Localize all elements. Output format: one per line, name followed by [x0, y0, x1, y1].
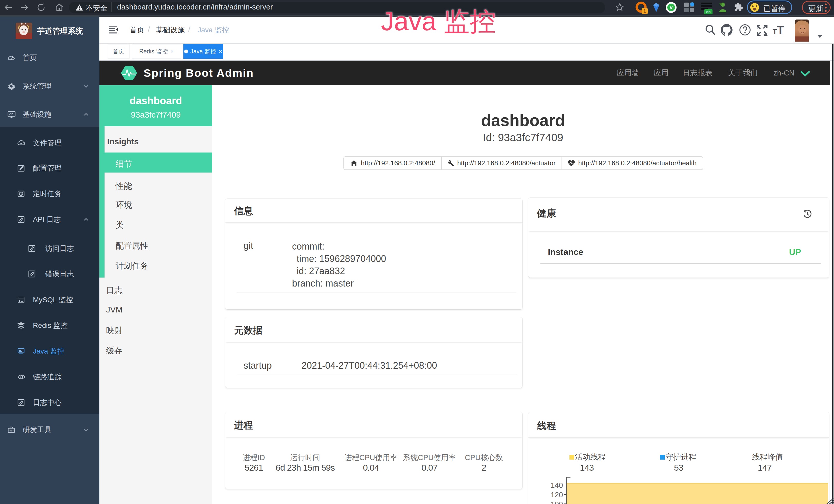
svg-text:v: v — [670, 5, 673, 10]
svg-text:1: 1 — [643, 8, 646, 14]
svg-text:on: on — [706, 10, 710, 14]
